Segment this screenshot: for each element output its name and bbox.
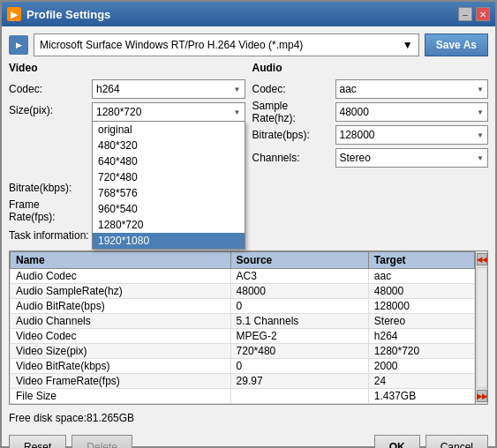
table-row: Video FrameRate(fps)29.9724 — [11, 374, 475, 389]
dropdown-item-1920x1080[interactable]: 1920*1080 — [93, 233, 245, 249]
dropdown-item-640x480[interactable]: 640*480 — [93, 153, 245, 169]
table-row: Video BitRate(kbps)02000 — [11, 359, 475, 374]
video-size-dropdown[interactable]: 1280*720 ▼ — [92, 102, 245, 122]
video-section: Video Codec: h264 ▼ Size(pix): 1280*720 … — [9, 62, 245, 220]
size-dropdown-list: original 480*320 640*480 720*480 768*576… — [92, 122, 245, 250]
audio-bitrate-row: Bitrate(bps): 128000 ▼ — [252, 125, 489, 145]
dropdown-item-480x320[interactable]: 480*320 — [93, 138, 245, 153]
audio-samplerate-dropdown[interactable]: 48000 ▼ — [335, 102, 489, 122]
app-icon: ▶ — [7, 7, 21, 21]
table-row: Video CodecMPEG-2h264 — [11, 329, 475, 344]
bitrate-arrow: ▼ — [477, 131, 484, 139]
dropdown-item-original[interactable]: original — [93, 122, 245, 138]
free-disk-label: Free disk space:81.265GB — [9, 410, 488, 426]
video-codec-row: Codec: h264 ▼ — [9, 79, 245, 99]
reset-button[interactable]: Reset — [9, 435, 66, 448]
btn-group-left: Reset Delete — [9, 435, 132, 448]
delete-button[interactable]: Delete — [72, 435, 132, 448]
col-source: Source — [230, 252, 368, 269]
col-name: Name — [11, 252, 231, 269]
video-section-title: Video — [9, 62, 245, 74]
col-target: Target — [368, 252, 474, 269]
dropdown-item-720x480[interactable]: 720*480 — [93, 169, 245, 185]
window-title: Profile Settings — [26, 8, 110, 21]
table-row: Audio Channels5.1 ChannelsStereo — [11, 314, 475, 329]
audio-codec-row: Codec: aac ▼ — [252, 79, 489, 99]
title-bar: ▶ Profile Settings – ✕ — [2, 2, 495, 26]
dropdown-item-768x576[interactable]: 768*576 — [93, 185, 245, 201]
audio-section-title: Audio — [252, 62, 489, 74]
audio-bitrate-label: Bitrate(bps): — [252, 129, 332, 141]
audio-bitrate-dropdown[interactable]: 128000 ▼ — [335, 125, 489, 145]
table-row: File Size1.437GB — [11, 389, 475, 404]
video-codec-label: Codec: — [9, 83, 88, 95]
video-bitrate-label: Bitrate(kbps): — [9, 182, 88, 194]
minimize-button[interactable]: – — [458, 7, 472, 21]
codec-arrow: ▼ — [234, 86, 241, 93]
table-header-row: Name Source Target — [11, 252, 475, 269]
table-scroll[interactable]: Name Source Target Audio CodecAC3aacAudi… — [10, 251, 475, 404]
size-arrow: ▼ — [234, 108, 241, 116]
audio-channels-label: Channels: — [252, 152, 332, 164]
video-codec-dropdown[interactable]: h264 ▼ — [92, 79, 245, 99]
bottom-buttons: Reset Delete OK Cancel — [9, 431, 488, 448]
profile-label: Microsoft Surface Windows RT/Pro H.264 V… — [40, 39, 303, 51]
title-controls: – ✕ — [458, 7, 490, 21]
audio-samplerate-label: Sample Rate(hz): — [252, 100, 332, 124]
size-dropdown-container: 1280*720 ▼ original 480*320 640*480 720*… — [92, 102, 245, 122]
audio-channels-dropdown[interactable]: Stereo ▼ — [335, 148, 489, 168]
audio-codec-label: Codec: — [252, 83, 332, 95]
samplerate-arrow: ▼ — [477, 108, 484, 116]
save-as-button[interactable]: Save As — [425, 34, 488, 56]
close-button[interactable]: ✕ — [476, 7, 490, 21]
table-row: Audio SampleRate(hz)4800048000 — [11, 284, 475, 299]
audio-section: Audio Codec: aac ▼ Sample Rate(hz): 4800… — [252, 62, 489, 220]
table-area: Name Source Target Audio CodecAC3aacAudi… — [9, 250, 488, 405]
profile-dropdown[interactable]: Microsoft Surface Windows RT/Pro H.264 V… — [34, 34, 419, 56]
table-row: Audio BitRate(bps)0128000 — [11, 299, 475, 314]
scroll-up-button[interactable]: ◀◀ — [477, 253, 487, 265]
audio-samplerate-row: Sample Rate(hz): 48000 ▼ — [252, 102, 489, 122]
content-area: ▶ Microsoft Surface Windows RT/Pro H.264… — [2, 26, 495, 448]
scroll-track[interactable] — [477, 267, 487, 388]
video-size-label: Size(pix): — [9, 102, 88, 116]
scroll-down-button[interactable]: ▶▶ — [477, 390, 487, 402]
cancel-button[interactable]: Cancel — [425, 435, 488, 448]
task-info-row: Task information: "UP — [9, 226, 488, 245]
table-row: Audio CodecAC3aac — [11, 269, 475, 284]
settings-columns: Video Codec: h264 ▼ Size(pix): 1280*720 … — [9, 62, 488, 220]
channels-arrow: ▼ — [477, 154, 484, 162]
dropdown-item-1280x720[interactable]: 1280*720 — [93, 217, 245, 233]
main-window: ▶ Profile Settings – ✕ ▶ Microsoft Surfa… — [0, 0, 497, 448]
video-size-row: Size(pix): 1280*720 ▼ original 480*320 6… — [9, 102, 245, 122]
btn-group-right: OK Cancel — [374, 435, 488, 448]
audio-codec-dropdown[interactable]: aac ▼ — [335, 79, 489, 99]
profile-row: ▶ Microsoft Surface Windows RT/Pro H.264… — [9, 34, 488, 56]
ok-button[interactable]: OK — [374, 435, 420, 448]
audio-channels-row: Channels: Stereo ▼ — [252, 148, 489, 168]
scrollbar: ◀◀ ▶▶ — [475, 251, 487, 404]
profile-icon: ▶ — [9, 35, 28, 55]
info-table: Name Source Target Audio CodecAC3aacAudi… — [10, 251, 475, 404]
dropdown-item-960x540[interactable]: 960*540 — [93, 201, 245, 217]
table-row: Video Size(pix)720*4801280*720 — [11, 344, 475, 359]
audio-codec-arrow: ▼ — [477, 86, 484, 93]
profile-arrow: ▼ — [403, 39, 413, 51]
video-framerate-label: Frame Rate(fps): — [9, 198, 88, 223]
title-bar-left: ▶ Profile Settings — [7, 7, 110, 21]
